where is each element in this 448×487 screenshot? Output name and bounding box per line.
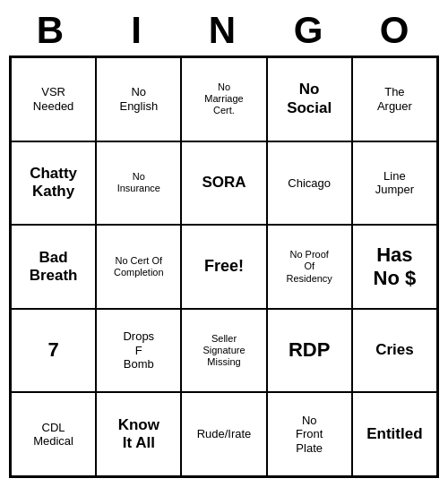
title-n: N (185, 9, 263, 52)
cell-20: CDLMedical (11, 392, 96, 476)
cell-22: Rude/Irate (181, 392, 266, 476)
cell-16: DropsFBomb (96, 309, 181, 393)
cell-14: HasNo $ (352, 225, 437, 309)
cell-8: Chicago (267, 141, 352, 226)
cell-7: SORA (181, 141, 266, 226)
cell-1: NoEnglish (96, 57, 181, 141)
cell-6: NoInsurance (96, 141, 181, 226)
title-g: G (271, 9, 349, 52)
cell-23: NoFrontPlate (267, 392, 352, 476)
bingo-title: B I N G O (9, 9, 439, 52)
cell-2: NoMarriageCert. (181, 57, 266, 141)
cell-5: ChattyKathy (11, 141, 96, 226)
cell-10: BadBreath (11, 225, 96, 309)
cell-9: LineJumper (352, 141, 437, 226)
cell-18: RDP (267, 309, 352, 393)
bingo-grid: VSRNeededNoEnglishNoMarriageCert.NoSocia… (9, 56, 439, 478)
cell-3: NoSocial (267, 57, 352, 141)
cell-24: Entitled (352, 392, 437, 476)
title-o: O (357, 9, 435, 52)
cell-4: TheArguer (352, 57, 437, 141)
title-i: I (99, 9, 177, 52)
cell-11: No Cert OfCompletion (96, 225, 181, 309)
cell-17: SellerSignatureMissing (181, 309, 266, 393)
cell-12: Free! (181, 225, 266, 309)
title-b: B (13, 9, 91, 52)
cell-19: Cries (352, 309, 437, 393)
cell-13: No ProofOfResidency (267, 225, 352, 309)
cell-21: KnowIt All (96, 392, 181, 476)
cell-15: 7 (11, 309, 96, 393)
cell-0: VSRNeeded (11, 57, 96, 141)
